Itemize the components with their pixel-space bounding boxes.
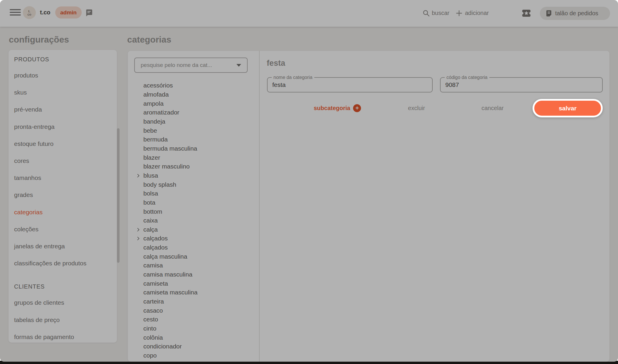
- category-list-item[interactable]: copo: [128, 351, 259, 360]
- category-list: acessórios almofada ampola aromatizador: [128, 81, 259, 362]
- category-list-item[interactable]: bermuda masculina: [128, 144, 259, 153]
- category-form-panel: festa nome da categoria festa código da …: [259, 51, 609, 362]
- order-pad-button[interactable]: talão de pedidos: [540, 7, 610, 20]
- category-list-item[interactable]: bandeja: [128, 117, 259, 126]
- delete-button[interactable]: excluir: [405, 105, 428, 112]
- categories-card: pesquise pelo nome da cat... acessórios …: [128, 51, 609, 362]
- category-name-field[interactable]: nome da categoria festa: [267, 77, 433, 92]
- star-voucher-icon[interactable]: [522, 9, 531, 17]
- search-icon[interactable]: [422, 9, 430, 18]
- category-list-item[interactable]: bottom: [128, 207, 259, 216]
- category-search-placeholder: pesquise pelo nome da cat...: [141, 62, 234, 68]
- sidebar-item[interactable]: pré-venda: [9, 101, 117, 118]
- avatar[interactable]: t. co: [23, 6, 36, 19]
- sidebar-item[interactable]: janelas de entrega: [9, 238, 117, 255]
- category-list-item[interactable]: bota: [128, 198, 259, 207]
- hamburger-menu-icon[interactable]: [10, 9, 21, 18]
- sidebar-item[interactable]: tabelas de preço: [9, 311, 117, 328]
- sidebar-item[interactable]: produtos: [9, 67, 117, 84]
- app-window: t. co t.co admin buscar adicionar: [0, 0, 618, 362]
- save-button-label: salvar: [559, 105, 577, 112]
- chevron-right-icon: [136, 237, 140, 240]
- chat-icon[interactable]: [85, 9, 93, 17]
- sidebar-section-produtos: PRODUTOS: [9, 52, 117, 67]
- sidebar-item[interactable]: formas de pagamento: [9, 328, 117, 343]
- category-list-item[interactable]: calça: [128, 225, 259, 234]
- chevron-right-icon: [136, 228, 140, 231]
- category-list-item[interactable]: bermuda: [128, 135, 259, 144]
- category-list-item[interactable]: acessórios: [128, 81, 259, 90]
- search-label[interactable]: buscar: [432, 10, 449, 16]
- category-list-item[interactable]: aromatizador: [128, 108, 259, 117]
- cancel-button[interactable]: cancelar: [478, 105, 507, 112]
- category-list-item[interactable]: casaco: [128, 306, 259, 315]
- category-list-item[interactable]: blazer masculino: [128, 162, 259, 171]
- add-subcategory-icon[interactable]: +: [353, 104, 361, 112]
- add-icon[interactable]: [455, 9, 463, 18]
- sidebar-item[interactable]: estoque futuro: [9, 135, 117, 152]
- category-list-item[interactable]: body splash: [128, 180, 259, 189]
- sidebar-item[interactable]: grupos de clientes: [9, 294, 117, 311]
- sidebar-item[interactable]: pronta-entrega: [9, 118, 117, 135]
- subcategory-label: subcategoria: [314, 105, 350, 112]
- save-button[interactable]: salvar: [533, 99, 603, 117]
- chevron-down-icon: [236, 64, 241, 67]
- category-list-item[interactable]: camisa: [128, 261, 259, 270]
- sidebar-scrollbar-thumb[interactable]: [117, 128, 120, 263]
- sidebar-section-clientes: CLIENTES: [9, 279, 117, 294]
- sidebar-item[interactable]: coleções: [9, 221, 117, 238]
- sidebar-item[interactable]: skus: [9, 84, 117, 101]
- category-list-item[interactable]: bolsa: [128, 189, 259, 198]
- receipt-icon: [546, 10, 552, 17]
- category-list-item[interactable]: almofada: [128, 90, 259, 99]
- brand-name: t.co: [40, 9, 51, 16]
- category-list-item[interactable]: ampola: [128, 99, 259, 108]
- category-code-value: 9087: [445, 81, 459, 88]
- category-list-item[interactable]: blusa: [128, 171, 259, 180]
- categories-page-title: categorias: [127, 35, 171, 45]
- sidebar-produtos-items: produtos skus pré-venda pronta-entrega e…: [9, 67, 117, 272]
- sidebar-item[interactable]: grades: [9, 186, 117, 203]
- category-list-item[interactable]: blazer: [128, 153, 259, 162]
- sidebar-item[interactable]: tamanhos: [9, 169, 117, 186]
- sidebar-item[interactable]: cores: [9, 152, 117, 169]
- category-list-item[interactable]: calça masculina: [128, 252, 259, 261]
- category-list-item[interactable]: camiseta masculina: [128, 288, 259, 297]
- subcategory-button[interactable]: subcategoria +: [314, 104, 361, 112]
- category-name-label: nome da categoria: [272, 75, 314, 80]
- category-list-item[interactable]: condicionador: [128, 342, 259, 351]
- category-list-item[interactable]: carteira: [128, 297, 259, 306]
- settings-sidebar: PRODUTOS produtos skus pré-venda pronta-…: [9, 50, 117, 343]
- add-label[interactable]: adicionar: [465, 10, 489, 16]
- category-name-value: festa: [272, 81, 286, 88]
- order-pad-label: talão de pedidos: [555, 10, 598, 17]
- category-list-item[interactable]: colônia: [128, 333, 259, 342]
- category-list-item[interactable]: bebe: [128, 126, 259, 135]
- category-list-item[interactable]: cinto: [128, 324, 259, 333]
- category-code-field[interactable]: código da categoria 9087: [440, 77, 603, 92]
- category-list-item[interactable]: calçados: [128, 234, 259, 243]
- category-list-item[interactable]: camiseta: [128, 279, 259, 288]
- category-list-item[interactable]: calçados: [128, 243, 259, 252]
- topbar: t. co t.co admin buscar adicionar: [0, 0, 618, 27]
- category-list-item[interactable]: camisa masculina: [128, 270, 259, 279]
- sidebar-clientes-items: grupos de clientes tabelas de preço form…: [9, 294, 117, 343]
- category-list-item[interactable]: cesto: [128, 315, 259, 324]
- category-form-title: festa: [267, 59, 285, 68]
- admin-badge: admin: [55, 6, 82, 18]
- avatar-text-line2: co: [28, 13, 31, 16]
- sidebar-item[interactable]: categorias: [9, 204, 117, 221]
- chevron-right-icon: [136, 174, 140, 177]
- category-list-item[interactable]: caixa: [128, 216, 259, 225]
- category-search-select[interactable]: pesquise pelo nome da cat...: [134, 58, 248, 73]
- category-code-label: código da categoria: [445, 75, 489, 80]
- settings-page-title: configurações: [9, 35, 69, 45]
- sidebar-item[interactable]: classificações de produtos: [9, 255, 117, 272]
